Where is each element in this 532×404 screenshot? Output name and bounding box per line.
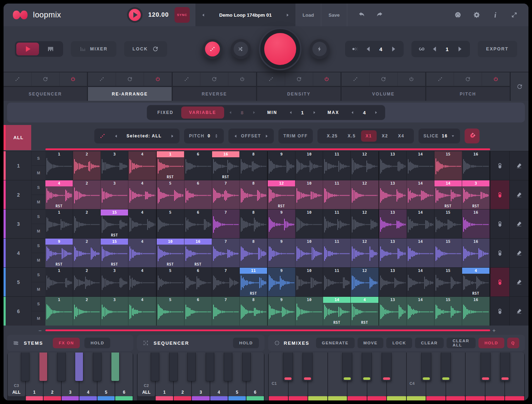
step-cell[interactable]: 10 [295,151,323,180]
step-cell[interactable]: 13 [379,239,407,267]
step-cell[interactable]: 8 [240,297,268,326]
multiplier-x.25[interactable]: X.25 [322,130,343,142]
step-cell[interactable]: 11 [323,239,351,267]
step-cell[interactable]: 6 [184,209,212,238]
step-cell[interactable]: 10 [295,209,323,238]
step-cell[interactable]: 3 [101,297,128,326]
tab-dice-button[interactable] [342,72,370,86]
step-cell[interactable]: 11 [323,268,351,296]
info-button[interactable] [492,11,499,18]
solo-button[interactable]: S [32,268,45,282]
max-next-button[interactable] [370,110,382,115]
preset-prev-button[interactable] [201,13,206,17]
min-next-button[interactable] [309,110,320,115]
piano-black-key[interactable] [242,353,251,381]
step-cell[interactable]: 10 [295,297,323,326]
multiplier-x2[interactable]: X2 [377,130,393,142]
solo-button[interactable]: S [32,209,45,224]
step-cell[interactable]: 8 [240,151,268,180]
step-cell[interactable]: 7 [212,209,240,238]
step-cell[interactable]: 5 [157,209,184,238]
tab-dice-button[interactable] [426,72,454,86]
piano-black-key[interactable] [441,353,451,381]
max-prev-button[interactable] [347,110,358,115]
piano-black-key[interactable] [169,353,178,381]
step-cell[interactable]: 8 [240,239,268,267]
tab-refresh-button[interactable] [454,72,482,86]
step-cell[interactable]: 13 [379,209,407,238]
step-cell[interactable]: 9 [268,239,295,267]
tab-refresh-button[interactable] [200,72,228,86]
tab-power-button[interactable] [398,72,425,86]
tab-power-button[interactable] [144,72,172,86]
row-select-button[interactable]: 4 [6,239,31,267]
step-cell[interactable]: 4 [128,239,156,267]
row-erase-button[interactable] [509,180,528,209]
piano-black-key[interactable] [151,353,159,381]
tab-power-button[interactable] [228,72,256,86]
offset-prev-button[interactable] [233,134,238,138]
reset-all-button[interactable] [511,72,528,101]
step-cell[interactable]: 6 [184,180,212,209]
step-cell[interactable]: 4 [128,180,156,209]
step-cell[interactable]: 4 [128,297,156,326]
step-cell[interactable]: 14RST [323,297,351,326]
piano-black-key[interactable] [283,353,293,381]
step-cell[interactable]: 11 [323,180,351,209]
step-cell[interactable]: 12 [351,239,379,267]
row-lock-button[interactable] [490,297,509,326]
row-select-button[interactable]: 5 [6,268,31,296]
remix-move-button[interactable]: MOVE [358,338,384,348]
variable-button[interactable]: VARIABLE [181,107,224,119]
row-lock-button[interactable] [490,239,509,267]
count-next-button[interactable] [248,110,260,115]
mute-button[interactable]: M [32,253,45,267]
step-cell[interactable]: 12 [351,151,379,180]
step-cell[interactable]: 7 [212,268,240,296]
mute-button[interactable]: M [32,195,45,209]
step-cell[interactable]: 11 [323,209,351,238]
tab-refresh-button[interactable] [116,72,144,86]
remix-q-button[interactable]: Q [507,338,519,348]
randomize-knob[interactable] [202,39,223,59]
step-cell[interactable]: 4RST [351,297,379,326]
step-cell[interactable]: 10RST [157,239,184,267]
step-cell[interactable]: 9 [268,297,295,326]
solo-button[interactable]: S [32,151,45,166]
export-button[interactable]: EXPORT [478,41,517,57]
piano-black-key[interactable] [362,353,372,381]
tab-refresh-button[interactable] [370,72,398,86]
remix-generate-button[interactable]: GENERATE [316,338,355,348]
step-cell[interactable]: 16 [462,151,490,180]
piano-black-key[interactable] [75,353,83,381]
piano-black-key[interactable] [57,353,66,381]
load-button[interactable]: Load [295,4,321,26]
step-cell[interactable]: 16RST [212,151,240,180]
row-erase-button[interactable] [509,151,528,180]
tab-label[interactable]: SEQUENCER [4,87,87,101]
variation-next-button[interactable] [389,45,397,53]
step-cell[interactable]: 15 [434,151,462,180]
step-cell[interactable]: 12RST [268,180,295,209]
tab-refresh-button[interactable] [285,72,313,86]
step-cell[interactable]: 3RST [462,180,490,209]
step-cell[interactable]: 15RST [101,209,128,238]
stems-hold-button[interactable]: HOLD [84,338,110,348]
lock-button[interactable]: LOCK [124,41,167,57]
row-lock-button[interactable] [490,151,509,180]
step-cell[interactable]: 8 [240,209,268,238]
piano-black-key[interactable] [303,353,312,381]
step-cell[interactable]: 2 [73,180,101,209]
piano-black-key[interactable] [224,353,232,381]
tab-power-button[interactable] [313,72,341,86]
piano-black-key[interactable] [111,353,120,381]
tab-label[interactable]: VOLUME [342,87,425,101]
step-cell[interactable]: 13 [379,151,407,180]
step-cell[interactable]: 3 [101,151,128,180]
row-lock-button[interactable] [490,268,509,296]
piano-black-key[interactable] [93,353,101,381]
save-button[interactable]: Save [321,4,347,26]
remix-clear-button[interactable]: CLEAR [415,338,444,348]
bpm-value[interactable]: 120.00 [148,11,169,18]
step-cell[interactable]: 10 [295,180,323,209]
